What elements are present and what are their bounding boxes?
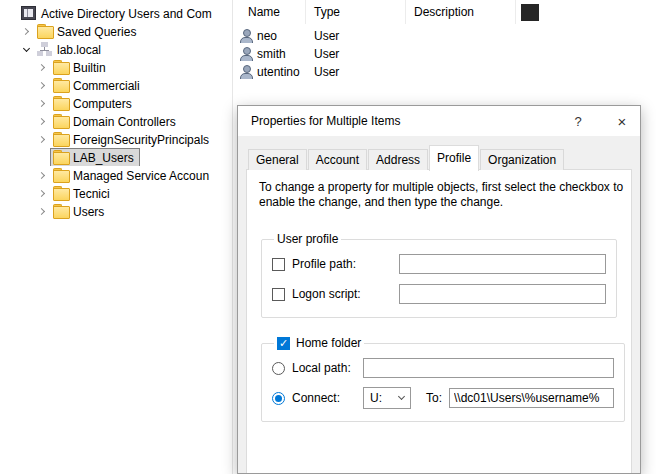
- home-folder-checkbox[interactable]: [277, 337, 290, 350]
- tab-strip: GeneralAccountAddressProfileOrganization: [248, 144, 565, 170]
- tree-item-content: LAB_Users: [50, 148, 140, 166]
- tree-item-content: Users: [50, 202, 110, 220]
- connect-row: Connect: U: To:: [272, 383, 614, 413]
- folder-icon: [53, 204, 68, 218]
- profile-path-label: Profile path:: [292, 257, 392, 271]
- list-row-neo[interactable]: neoUser: [234, 27, 656, 45]
- tree-item-label: Computers: [73, 96, 132, 111]
- profile-path-row: Profile path:: [272, 249, 606, 279]
- user-name: utentino: [257, 65, 300, 79]
- list-rows: neoUsersmithUserutentinoUser: [234, 24, 656, 81]
- chevron-down-icon[interactable]: [18, 41, 34, 57]
- tree-item-active-directory-users-and-com[interactable]: Active Directory Users and Com: [0, 4, 232, 22]
- tree-item-users[interactable]: Users: [0, 202, 232, 220]
- drive-letter-select[interactable]: U:: [363, 387, 411, 409]
- domain-icon: [37, 42, 52, 56]
- tree-item-content: Computers: [50, 94, 138, 112]
- local-path-row: Local path:: [272, 353, 614, 383]
- column-header-type[interactable]: Type: [306, 0, 406, 24]
- chevron-right-icon[interactable]: [34, 131, 50, 147]
- logon-script-checkbox[interactable]: [272, 288, 285, 301]
- tab-address[interactable]: Address: [368, 149, 428, 170]
- tree-item-content: Active Directory Users and Com: [18, 4, 218, 22]
- chevron-right-icon[interactable]: [34, 113, 50, 129]
- home-folder-legend: Home folder: [274, 336, 364, 350]
- user-name: neo: [257, 29, 277, 43]
- chevron-right-icon[interactable]: [34, 203, 50, 219]
- tree-item-content: Domain Controllers: [50, 112, 182, 130]
- tab-general[interactable]: General: [248, 149, 307, 170]
- list-header: NameTypeDescription: [234, 0, 656, 24]
- folder-icon: [53, 96, 68, 110]
- home-folder-group: Home folder Local path: Connect: U: To:: [261, 336, 625, 422]
- tree-item-label: Builtin: [73, 60, 106, 75]
- chevron-right-icon[interactable]: [34, 77, 50, 93]
- tree-item-label: Domain Controllers: [73, 114, 176, 129]
- chevron-right-icon[interactable]: [18, 23, 34, 39]
- folder-icon: [53, 114, 68, 128]
- tree-item-label: Tecnici: [73, 186, 110, 201]
- column-header-name[interactable]: Name: [234, 0, 306, 24]
- tab-organization[interactable]: Organization: [480, 149, 564, 170]
- connect-label: Connect:: [292, 391, 356, 405]
- local-path-input[interactable]: [363, 358, 614, 378]
- user-profile-legend: User profile: [274, 232, 341, 246]
- tab-account[interactable]: Account: [308, 149, 367, 170]
- tree-item-label: Users: [73, 204, 104, 219]
- connect-path-input[interactable]: [449, 388, 614, 408]
- tree-item-builtin[interactable]: Builtin: [0, 58, 232, 76]
- user-icon: [239, 65, 253, 79]
- tab-profile[interactable]: Profile: [429, 145, 479, 171]
- logon-script-label: Logon script:: [292, 287, 392, 301]
- tree-item-label: Active Directory Users and Com: [41, 6, 212, 21]
- folder-icon: [53, 168, 68, 182]
- tree-item-commerciali[interactable]: Commerciali: [0, 76, 232, 94]
- tree-item-saved-queries[interactable]: Saved Queries: [0, 22, 232, 40]
- profile-path-checkbox[interactable]: [272, 258, 285, 271]
- tree-item-label: LAB_Users: [73, 150, 134, 165]
- console-tree: Active Directory Users and ComSaved Quer…: [0, 0, 233, 474]
- list-row-smith[interactable]: smithUser: [234, 45, 656, 63]
- home-folder-label: Home folder: [296, 336, 361, 350]
- tree-item-label: ForeignSecurityPrincipals: [73, 132, 209, 147]
- tree-item-computers[interactable]: Computers: [0, 94, 232, 112]
- properties-dialog: Properties for Multiple Items ? × Genera…: [237, 105, 641, 474]
- dialog-title: Properties for Multiple Items: [238, 114, 562, 128]
- logon-script-input[interactable]: [399, 284, 606, 304]
- tree-item-managed-service-accoun[interactable]: Managed Service Accoun: [0, 166, 232, 184]
- folder-icon: [53, 60, 68, 74]
- tree-item-foreignsecurityprincipals[interactable]: ForeignSecurityPrincipals: [0, 130, 232, 148]
- connect-to-label: To:: [426, 391, 442, 405]
- tree-item-domain-controllers[interactable]: Domain Controllers: [0, 112, 232, 130]
- logon-script-row: Logon script:: [272, 279, 606, 309]
- local-path-label: Local path:: [292, 361, 356, 375]
- local-path-radio[interactable]: [272, 362, 285, 375]
- tree-item-label: Commerciali: [73, 78, 140, 93]
- tree-item-lab-local[interactable]: lab.local: [0, 40, 232, 58]
- profile-path-input[interactable]: [399, 254, 606, 274]
- connect-radio[interactable]: [272, 392, 285, 405]
- chevron-right-icon[interactable]: [34, 185, 50, 201]
- tree-item-label: Saved Queries: [57, 24, 136, 39]
- user-profile-group: User profile Profile path: Logon script:: [261, 232, 617, 318]
- folder-icon: [53, 186, 68, 200]
- tree-item-content: Tecnici: [50, 184, 116, 202]
- user-type: User: [306, 29, 406, 43]
- chevron-right-icon[interactable]: [34, 59, 50, 75]
- chevron-right-icon[interactable]: [34, 167, 50, 183]
- instruction-text: To change a property for multiple object…: [259, 180, 643, 210]
- tree-item-lab-users[interactable]: LAB_Users: [0, 148, 232, 166]
- folder-icon: [53, 78, 68, 92]
- column-header-description[interactable]: Description: [406, 0, 516, 24]
- help-button[interactable]: ?: [562, 106, 594, 136]
- header-dark-block: [521, 4, 539, 21]
- tree-item-content: Builtin: [50, 58, 112, 76]
- list-row-utentino[interactable]: utentinoUser: [234, 63, 656, 81]
- chevron-placeholder: [34, 149, 50, 165]
- close-button[interactable]: ×: [606, 106, 638, 136]
- tree-item-tecnici[interactable]: Tecnici: [0, 184, 232, 202]
- chevron-right-icon[interactable]: [34, 95, 50, 111]
- tree-item-content: Managed Service Accoun: [50, 166, 215, 184]
- user-icon: [239, 47, 253, 61]
- folder-icon: [53, 150, 68, 164]
